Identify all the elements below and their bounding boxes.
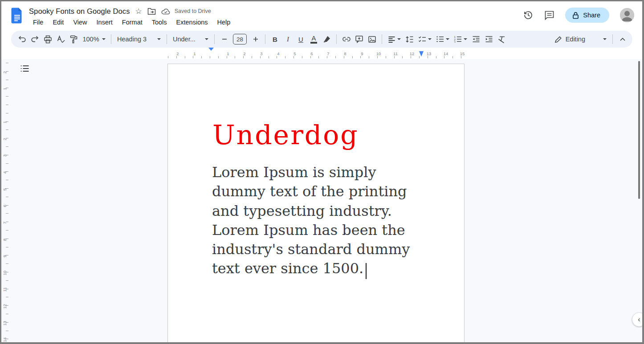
comments-icon[interactable] bbox=[544, 10, 554, 20]
ruler-number: 8 bbox=[2, 237, 7, 243]
zoom-select[interactable]: 100% bbox=[80, 33, 108, 45]
svg-text:3: 3 bbox=[454, 41, 456, 43]
paint-format-icon[interactable] bbox=[67, 33, 80, 45]
saved-status-label[interactable]: Saved to Drive bbox=[175, 8, 211, 14]
chevron-down-icon bbox=[205, 38, 208, 40]
move-to-folder-icon[interactable] bbox=[147, 8, 156, 15]
chevron-down-icon bbox=[102, 38, 106, 40]
menu-view[interactable]: View bbox=[69, 18, 91, 27]
ruler-number: 6 bbox=[310, 51, 313, 56]
version-history-icon[interactable] bbox=[523, 10, 534, 20]
checklist-select[interactable] bbox=[416, 33, 434, 45]
google-docs-logo-icon[interactable] bbox=[11, 8, 23, 24]
ruler-number: 7 bbox=[327, 51, 329, 56]
ruler-number: 1 bbox=[2, 119, 7, 125]
share-button[interactable]: Share bbox=[565, 8, 609, 23]
divider bbox=[265, 34, 265, 44]
add-comment-icon[interactable] bbox=[353, 33, 366, 45]
vertical-scrollbar[interactable] bbox=[638, 61, 640, 199]
font-select[interactable]: Under... bbox=[170, 33, 211, 45]
left-indent-marker[interactable] bbox=[208, 51, 214, 59]
toolbar: 100% Heading 3 Under... 28 B I bbox=[11, 31, 632, 48]
account-avatar[interactable] bbox=[620, 8, 634, 22]
paragraph-style-select[interactable]: Heading 3 bbox=[114, 33, 163, 45]
menu-format[interactable]: Format bbox=[118, 18, 147, 27]
divider bbox=[612, 34, 613, 44]
ruler-number: 7 bbox=[2, 220, 7, 226]
redo-button[interactable] bbox=[29, 33, 41, 45]
menu-file[interactable]: File bbox=[29, 18, 47, 27]
spellcheck-icon[interactable] bbox=[54, 33, 67, 45]
divider bbox=[214, 34, 215, 44]
bulleted-list-select[interactable] bbox=[434, 33, 452, 45]
ruler-number: 2 bbox=[2, 69, 7, 76]
text-color-bar bbox=[310, 42, 317, 44]
document-heading[interactable]: Underdog bbox=[212, 119, 359, 150]
chevron-down-icon bbox=[428, 38, 432, 40]
menu-extensions[interactable]: Extensions bbox=[172, 18, 212, 27]
font-value: Under... bbox=[173, 36, 196, 43]
divider bbox=[382, 34, 382, 44]
underline-button[interactable]: U bbox=[294, 33, 307, 45]
insert-link-icon[interactable] bbox=[340, 33, 353, 45]
decrease-font-size-button[interactable] bbox=[218, 33, 231, 45]
chevron-down-icon bbox=[603, 38, 607, 40]
ruler-number: 12 bbox=[410, 51, 415, 56]
ruler-number: 12 bbox=[2, 304, 7, 310]
document-outline-icon[interactable] bbox=[19, 63, 31, 74]
body-line: industry's standard dummy bbox=[212, 240, 410, 259]
ruler-number: 4 bbox=[2, 170, 7, 176]
divider bbox=[111, 34, 111, 44]
italic-button[interactable]: I bbox=[281, 33, 294, 45]
chevron-down-icon bbox=[446, 38, 449, 40]
undo-button[interactable] bbox=[16, 33, 29, 45]
body-line: and typesetting industry. bbox=[212, 202, 410, 221]
font-size-input[interactable]: 28 bbox=[233, 34, 247, 45]
ruler-number: 10 bbox=[376, 51, 381, 56]
chevron-down-icon bbox=[397, 38, 401, 40]
hide-menus-button[interactable] bbox=[616, 33, 629, 45]
menu-help[interactable]: Help bbox=[213, 18, 235, 27]
chevron-left-icon: ‹ bbox=[638, 316, 640, 324]
underline-glyph: U bbox=[298, 36, 303, 43]
horizontal-ruler[interactable]: 2 1 1 2 3 4 5 6 7 8 9 10 11 12 13 14 15 bbox=[1, 50, 642, 59]
clear-formatting-icon[interactable] bbox=[495, 33, 508, 45]
ruler-number: 9 bbox=[2, 253, 7, 259]
show-side-panel-button[interactable]: ‹ bbox=[632, 312, 642, 327]
right-indent-marker[interactable] bbox=[419, 51, 424, 57]
text-color-button[interactable]: A bbox=[307, 33, 320, 45]
chevron-down-icon bbox=[157, 38, 161, 40]
menu-insert[interactable]: Insert bbox=[93, 18, 117, 27]
bold-button[interactable]: B bbox=[269, 33, 281, 45]
align-left-select[interactable] bbox=[385, 33, 403, 45]
toolbar-row: 100% Heading 3 Under... 28 B I bbox=[1, 30, 642, 50]
ruler-number: 13 bbox=[427, 51, 432, 56]
document-page[interactable]: Underdog Lorem Ipsum is simply dummy tex… bbox=[167, 64, 465, 342]
ruler-number: 2 bbox=[243, 51, 245, 56]
document-body[interactable]: Lorem Ipsum is simply dummy text of the … bbox=[212, 163, 410, 279]
line-spacing-icon[interactable] bbox=[403, 33, 416, 45]
ruler-number: 13 bbox=[2, 320, 7, 327]
menu-edit[interactable]: Edit bbox=[49, 18, 68, 27]
editing-mode-select[interactable]: Editing bbox=[552, 36, 609, 43]
google-docs-window: Spooky Fonts on Google Docs ☆ Saved to D… bbox=[0, 0, 644, 344]
body-line: Lorem Ipsum is simply bbox=[212, 163, 410, 182]
decrease-indent-icon[interactable] bbox=[469, 33, 482, 45]
print-icon[interactable] bbox=[41, 33, 54, 45]
menu-tools[interactable]: Tools bbox=[148, 18, 171, 27]
ruler-number: 5 bbox=[293, 51, 296, 56]
ruler-number: 9 bbox=[361, 51, 363, 56]
paragraph-style-value: Heading 3 bbox=[117, 36, 147, 43]
ruler-number: 2 bbox=[2, 136, 7, 142]
increase-indent-icon[interactable] bbox=[482, 33, 495, 45]
highlight-color-icon[interactable] bbox=[320, 33, 333, 45]
insert-image-icon[interactable] bbox=[366, 33, 379, 45]
chevron-down-icon bbox=[464, 38, 467, 40]
ruler-number: 15 bbox=[460, 51, 465, 56]
saved-to-drive-cloud-icon[interactable] bbox=[161, 8, 170, 15]
numbered-list-select[interactable]: 1 2 3 bbox=[452, 33, 469, 45]
italic-glyph: I bbox=[287, 36, 289, 43]
document-title[interactable]: Spooky Fonts on Google Docs bbox=[29, 7, 130, 16]
increase-font-size-button[interactable] bbox=[249, 33, 262, 45]
star-icon[interactable]: ☆ bbox=[135, 8, 142, 15]
